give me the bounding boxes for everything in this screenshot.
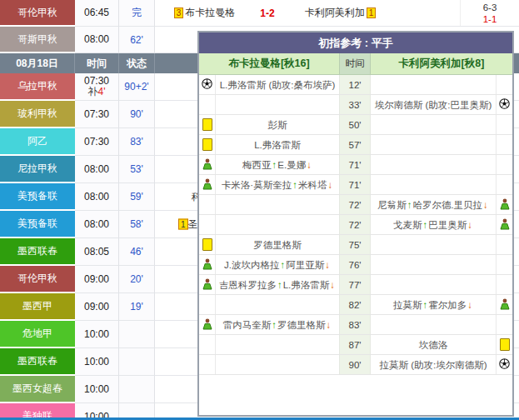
event-time: 87' [339,335,371,354]
sub-in-arrow-icon: ↑ [272,159,277,171]
sub-out-arrow-icon: ↓ [327,319,332,331]
home-event-icon-cell [199,155,216,174]
away-event-icon-cell [496,315,512,334]
sub-in-arrow-icon: ↑ [423,299,428,311]
league-badge: 阿乙 [0,128,75,156]
match-status: 20' [119,266,155,293]
status-column-header: 状态 [119,53,155,73]
player-out: 霍尔加多 [428,299,467,311]
league-badge: 危地甲 [0,321,75,348]
home-event-cell: J.波坎内格拉↑阿里亚斯↓ [216,255,339,274]
league-badge: 玻利甲秋 [0,101,75,128]
match-time: 09:00 [75,266,119,293]
event-time: 76' [339,255,371,274]
kickoff-time: 07:30 [84,137,109,148]
home-team[interactable]: 3布卡拉曼格 [155,0,252,26]
home-event-cell: 卡米洛·莫斯奎拉↑米科塔↓ [216,175,339,194]
event-row: 彭斯50' [199,115,512,135]
event-player: L.弗洛雷斯 [254,139,301,151]
league-badge: 哥伦甲秋 [0,266,75,293]
away-event-cell: 尼翁斯↑哈罗尔德.里贝拉↓ [371,195,496,214]
match-row[interactable]: 哥伦甲秋06:45完3布卡拉曼格1-2卡利阿美利加16-31-1 [0,0,519,27]
extra-time-value: 4' [98,86,106,98]
popup-time-header: 时间 [339,53,371,74]
extra-time-prefix: 补 [88,86,98,98]
yellow-card-icon [500,338,510,351]
event-time: 71' [339,175,371,194]
goal-icon [499,358,510,371]
kickoff-time: 09:00 [84,274,109,285]
home-event-icon-cell [199,175,216,194]
away-team-name: 卡利阿美利加 [305,6,365,20]
home-event-cell [216,95,339,114]
sub-out-arrow-icon: ↓ [483,199,488,211]
player-in: 尼翁斯 [377,199,407,211]
away-event-cell: 坎德洛 [371,335,496,354]
away-event-cell [371,155,496,174]
home-event-icon-cell [199,95,216,114]
substitution-icon [202,278,213,292]
event-row: 吉恩科罗拉多↑L.弗洛雷斯↓77' [199,275,512,295]
popup-home-team-header[interactable]: 布卡拉曼格[秋16] [199,53,339,74]
event-row: 72'戈麦斯↑巴里奥斯↓ [199,215,512,235]
away-event-icon-cell [496,115,512,134]
home-event-icon-cell [199,255,216,274]
match-status: 53' [119,156,155,183]
sub-in-arrow-icon: ↑ [292,179,297,191]
match-time: 06:45 [75,0,119,27]
home-event-icon-cell [199,275,216,294]
away-team[interactable]: 卡利阿美利加1 [282,0,400,26]
match-time: 08:00 [75,183,119,211]
event-row: L.弗洛雷斯57' [199,135,512,155]
home-event-cell: 罗德里格斯 [216,235,339,254]
event-row: 卡米洛·莫斯奎拉↑米科塔↓71' [199,175,512,195]
away-event-icon-cell [496,175,512,194]
match-time: 10:00 [75,321,119,348]
substitution-icon [202,158,213,172]
event-time: 12' [339,75,371,94]
sub-out-arrow-icon: ↓ [325,259,330,271]
substitution-icon [202,318,213,332]
sub-out-arrow-icon: ↓ [467,299,472,311]
sub-in-arrow-icon: ↑ [272,319,277,331]
substitution-icon [499,218,511,232]
match-status: 19' [119,293,155,321]
home-event-icon-cell [199,355,216,374]
home-event-icon-cell [199,235,216,254]
kickoff-time: 06:45 [84,8,109,18]
match-time: 10:00 [75,376,119,403]
match-time: 08:00 [75,156,119,183]
event-time: 90' [339,355,371,374]
home-event-cell [216,215,339,234]
kickoff-time: 10:00 [84,384,109,395]
away-event-icon-cell [496,255,512,274]
event-row: 90'拉莫斯 (助攻:埃尔南德斯) [199,355,512,375]
sub-in-arrow-icon: ↑ [407,199,412,211]
event-time: 72' [339,195,371,214]
halftime-score: 1-1 [483,13,497,25]
match-time: 07:30补4' [75,73,119,101]
popup-column-headers: 布卡拉曼格[秋16] 时间 卡利阿美利加[秋8] [199,53,512,75]
event-player: 埃尔南德斯 (助攻:巴里奥斯) [375,99,492,111]
match-status: 59' [119,183,155,211]
match-status [119,321,155,348]
event-row: 罗德里格斯75' [199,235,512,255]
match-time: 07:30 [75,128,119,156]
substitution-icon [202,178,213,192]
event-player: 罗德里格斯 [253,239,302,251]
odds-spacer [400,0,461,26]
away-event-icon-cell [496,75,512,94]
away-event-cell: 拉莫斯 (助攻:埃尔南德斯) [371,355,496,374]
event-time: 75' [339,235,371,254]
away-event-icon-cell [496,195,512,214]
kickoff-time: 08:00 [84,164,109,175]
event-time: 33' [339,95,371,114]
match-time: 09:00 [75,293,119,321]
home-team-name: 布卡拉曼格 [185,6,235,20]
popup-away-team-header[interactable]: 卡利阿美利加[秋8] [371,53,512,74]
kickoff-time: 08:00 [84,219,109,230]
home-event-cell: L.弗洛雷斯 (助攻:桑布埃萨) [216,75,339,94]
away-event-cell [371,275,496,294]
event-row: 33'埃尔南德斯 (助攻:巴里奥斯) [199,95,512,115]
away-event-cell [371,175,496,194]
